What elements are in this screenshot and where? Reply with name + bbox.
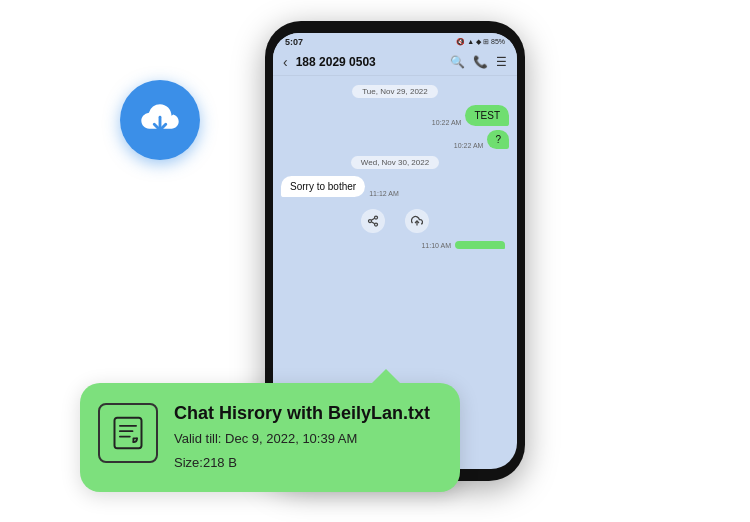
call-icon[interactable]: 📞 (473, 55, 488, 69)
received-bubble: Sorry to bother (281, 176, 365, 197)
card-valid: Valid till: Dec 9, 2022, 10:39 AM (174, 429, 430, 449)
msg-time: 10:22 AM (454, 142, 484, 149)
message-row: Sorry to bother 11:12 AM (281, 176, 509, 197)
svg-line-3 (371, 222, 374, 224)
svg-point-0 (375, 216, 378, 219)
msg-time: 10:22 AM (432, 119, 462, 126)
svg-point-2 (375, 223, 378, 226)
status-time: 5:07 (285, 37, 303, 47)
message-row: 10:22 AM TEST (281, 105, 509, 126)
info-text: Chat Hisrory with BeilyLan.txt Valid til… (174, 403, 430, 472)
status-bar: 5:07 🔇 ▲ ◆ ⊞ 85% (273, 33, 517, 49)
sent-bubble: ? (487, 130, 509, 149)
upload-icon[interactable] (405, 209, 429, 233)
back-button[interactable]: ‹ (283, 54, 288, 70)
msg-time: 11:12 AM (369, 190, 399, 197)
header-action-icons: 🔍 📞 ☰ (450, 55, 507, 69)
status-icons: 🔇 ▲ ◆ ⊞ 85% (456, 38, 505, 46)
chat-header: ‹ 188 2029 0503 🔍 📞 ☰ (273, 49, 517, 76)
svg-point-1 (369, 220, 372, 223)
date-badge-1: Tue, Nov 29, 2022 (352, 85, 438, 98)
card-size: Size:218 B (174, 453, 430, 473)
menu-icon[interactable]: ☰ (496, 55, 507, 69)
contact-name: 188 2029 0503 (296, 55, 442, 69)
file-icon-box (98, 403, 158, 463)
share-icon[interactable] (361, 209, 385, 233)
search-icon[interactable]: 🔍 (450, 55, 465, 69)
bottom-sent-bubble (455, 241, 505, 249)
date-badge-2: Wed, Nov 30, 2022 (351, 156, 439, 169)
card-title: Chat Hisrory with BeilyLan.txt (174, 403, 430, 425)
info-card: Chat Hisrory with BeilyLan.txt Valid til… (80, 383, 460, 492)
message-row: 10:22 AM ? (281, 130, 509, 149)
scene: 5:07 🔇 ▲ ◆ ⊞ 85% ‹ 188 2029 0503 🔍 📞 ☰ T… (0, 0, 750, 522)
svg-rect-6 (115, 418, 142, 449)
sent-bubble: TEST (465, 105, 509, 126)
bottom-time: 11:10 AM (421, 242, 451, 249)
svg-line-4 (371, 218, 374, 220)
action-icons-row (281, 205, 509, 237)
cloud-download-button[interactable] (120, 80, 200, 160)
bottom-msg-row: 11:10 AM (281, 241, 509, 253)
